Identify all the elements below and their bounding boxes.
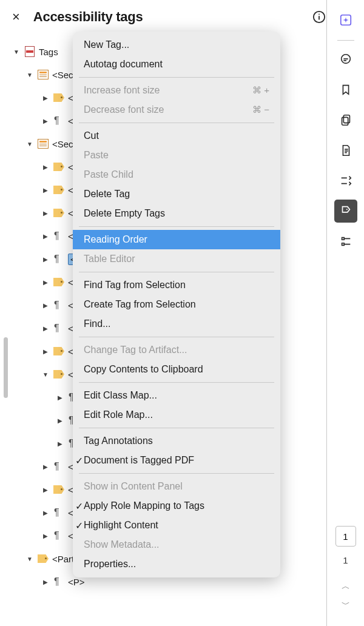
close-icon[interactable]: × (7, 9, 25, 25)
menu-separator (79, 473, 274, 474)
chevron-right-icon[interactable] (56, 416, 64, 425)
menu-item: Table Editor (73, 249, 280, 269)
tag-icon (53, 186, 64, 194)
menu-item[interactable]: Reading Order (73, 230, 280, 249)
chevron-right-icon[interactable] (41, 186, 50, 194)
menu-item-label: Document is Tagged PDF (84, 455, 194, 466)
paragraph-icon (54, 323, 64, 333)
menu-item[interactable]: Edit Role Map... (73, 405, 280, 425)
menu-item[interactable]: Cut (73, 126, 280, 146)
menu-item[interactable]: Find Tag from Selection (73, 275, 280, 295)
chevron-right-icon[interactable] (41, 485, 50, 494)
menu-item-label: Cut (84, 130, 99, 141)
chevron-right-icon[interactable] (41, 232, 50, 240)
tag-icon (53, 163, 64, 171)
pages-icon[interactable] (334, 109, 357, 132)
menu-item-label: Highlight Content (84, 520, 158, 531)
structure-icon[interactable] (334, 230, 357, 253)
paragraph-icon (54, 577, 64, 587)
menu-separator (79, 428, 274, 428)
document-icon[interactable] (334, 139, 357, 162)
menu-item-label: Apply Role Mapping to Tags (84, 500, 204, 511)
chevron-down-icon[interactable] (25, 140, 34, 148)
bookmark-icon[interactable] (334, 78, 357, 101)
right-rail: 1 1 ︿ ﹀ (326, 0, 364, 626)
svg-point-2 (318, 14, 320, 15)
tag-icon (53, 347, 64, 355)
reading-order-icon[interactable] (334, 169, 357, 192)
tree-item-label: <P> (68, 577, 85, 587)
menu-item: Change Tag to Artifact... (73, 340, 280, 360)
menu-item[interactable]: New Tag... (73, 35, 280, 55)
menu-item-shortcut: ⌘ − (252, 104, 269, 115)
chevron-right-icon[interactable] (41, 508, 50, 517)
chevron-right-icon[interactable] (41, 462, 50, 471)
chevron-right-icon[interactable] (41, 209, 50, 217)
chevron-right-icon[interactable] (41, 163, 50, 171)
menu-item-label: New Tag... (84, 39, 129, 50)
page-up-icon[interactable]: ︿ (342, 581, 350, 592)
menu-item-label: Tag Annotations (84, 436, 153, 446)
menu-item-shortcut: ⌘ + (252, 85, 269, 96)
menu-item[interactable]: Find... (73, 314, 280, 334)
menu-item[interactable]: ✓Document is Tagged PDF (73, 451, 280, 470)
chevron-right-icon[interactable] (41, 93, 50, 102)
chevron-right-icon[interactable] (41, 531, 50, 540)
paragraph-icon (54, 116, 64, 126)
menu-item-label: Delete Empty Tags (84, 208, 165, 219)
chevron-right-icon[interactable] (56, 439, 64, 448)
menu-item-label: Autotag document (84, 59, 163, 70)
menu-separator (79, 382, 274, 383)
rail-page-nav: 1 1 ︿ ﹀ (327, 526, 364, 626)
menu-item[interactable]: ✓Apply Role Mapping to Tags (73, 496, 280, 516)
chevron-down-icon[interactable] (41, 370, 50, 379)
menu-item: Show Metadata... (73, 535, 280, 554)
menu-item[interactable]: ✓Highlight Content (73, 516, 280, 535)
chevron-right-icon[interactable] (41, 324, 50, 332)
menu-item-label: Copy Contents to Clipboard (84, 364, 203, 375)
chevron-right-icon[interactable] (41, 116, 50, 125)
tag-icon (53, 485, 64, 494)
menu-item-label: Reading Order (84, 234, 147, 245)
menu-item[interactable]: Create Tag from Selection (73, 295, 280, 314)
menu-separator (79, 123, 274, 123)
menu-item: Show in Content Panel (73, 477, 280, 496)
menu-item-label: Decrease font size (84, 104, 164, 115)
comments-icon[interactable] (334, 48, 357, 71)
tag-icon (53, 209, 64, 217)
menu-item-label: Show in Content Panel (84, 481, 183, 492)
svg-point-7 (346, 209, 347, 210)
page-down-icon[interactable]: ﹀ (342, 599, 350, 610)
chevron-right-icon[interactable] (41, 278, 50, 286)
panel-title: Accessibility tags (33, 9, 309, 25)
menu-item-label: Increase font size (84, 85, 160, 96)
menu-item: Paste (73, 146, 280, 165)
page-current-input[interactable]: 1 (335, 526, 356, 547)
chevron-right-icon[interactable] (41, 255, 50, 263)
menu-item-label: Table Editor (84, 254, 135, 264)
chevron-down-icon[interactable] (25, 70, 34, 79)
menu-item[interactable]: Edit Class Map... (73, 386, 280, 405)
chevron-down-icon[interactable] (12, 47, 21, 56)
chevron-right-icon[interactable] (56, 393, 64, 402)
ai-sparkle-icon[interactable] (334, 8, 357, 32)
paragraph-icon (54, 300, 64, 310)
paragraph-icon (54, 508, 64, 517)
rail-separator (337, 40, 354, 41)
accessibility-tags-icon[interactable] (334, 200, 357, 223)
menu-item-label: Edit Class Map... (84, 390, 157, 401)
menu-item: Decrease font size⌘ − (73, 100, 280, 119)
chevron-down-icon[interactable] (25, 554, 34, 563)
menu-item[interactable]: Delete Empty Tags (73, 204, 280, 223)
chevron-right-icon[interactable] (41, 301, 50, 309)
chevron-right-icon[interactable] (41, 347, 50, 355)
menu-item[interactable]: Delete Tag (73, 184, 280, 204)
menu-item[interactable]: Properties... (73, 554, 280, 574)
scrollbar-thumb[interactable] (4, 337, 8, 398)
menu-item[interactable]: Tag Annotations (73, 431, 280, 451)
chevron-right-icon[interactable] (41, 577, 50, 586)
menu-item-label: Paste (84, 150, 109, 161)
tag-icon (38, 554, 49, 563)
menu-item[interactable]: Autotag document (73, 55, 280, 74)
menu-item[interactable]: Copy Contents to Clipboard (73, 360, 280, 379)
